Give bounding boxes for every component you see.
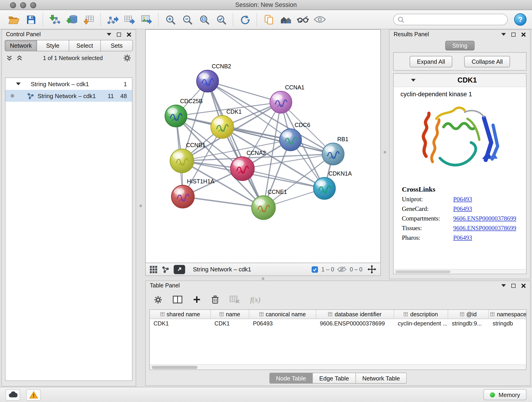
add-column-icon[interactable] xyxy=(193,296,201,303)
control-panel-tabs: Network Style Select Sets xyxy=(5,40,133,51)
cell-description[interactable]: cyclin-dependent ... xyxy=(394,319,448,329)
crosslink-compartments-link[interactable]: 9606.ENSP00000378699 xyxy=(453,215,516,222)
float-panel-icon[interactable] xyxy=(117,32,121,36)
warnings-button[interactable] xyxy=(26,389,41,400)
collection-expand-icon[interactable] xyxy=(16,83,21,85)
column-header[interactable]: shared name xyxy=(150,310,211,319)
toolbar-separator xyxy=(257,13,257,26)
column-type-icon xyxy=(490,312,494,316)
network-row[interactable]: String Network – cdk1 11 48 xyxy=(6,90,132,102)
results-horizontal-scrollbar[interactable] xyxy=(394,269,526,273)
column-type-icon xyxy=(220,312,224,316)
table-settings-gear-icon[interactable] xyxy=(154,295,162,304)
horizontal-splitter-handle[interactable] xyxy=(262,277,264,280)
zoom-selected-button[interactable] xyxy=(213,12,230,27)
tab-select[interactable]: Select xyxy=(69,40,101,51)
export-table-button[interactable] xyxy=(121,12,138,27)
collapse-all-button[interactable]: Collapse All xyxy=(464,56,510,67)
network-share-icon[interactable] xyxy=(162,266,169,273)
column-header[interactable]: canonical name xyxy=(249,310,316,319)
cell-canonical-name[interactable]: P06493 xyxy=(249,319,316,329)
selected-checkbox-icon[interactable] xyxy=(312,266,318,273)
collapse-panel-icon[interactable] xyxy=(107,33,111,36)
apply-layout-icon xyxy=(240,14,250,25)
tab-network-table[interactable]: Network Table xyxy=(356,373,407,384)
column-header[interactable]: @id xyxy=(448,310,489,319)
open-external-button[interactable] xyxy=(174,265,185,274)
scrollbar-thumb[interactable] xyxy=(152,366,197,369)
cell-id[interactable]: stringdb:9... xyxy=(448,319,489,329)
zoom-out-button[interactable] xyxy=(179,12,196,27)
crosslink-tissues-link[interactable]: 9606.ENSP00000378699 xyxy=(453,224,516,232)
open-session-button[interactable] xyxy=(6,12,22,27)
tab-style[interactable]: Style xyxy=(37,40,69,51)
results-tab-string[interactable]: String xyxy=(445,41,475,51)
cell-name[interactable]: CDK1 xyxy=(211,319,249,329)
pan-move-icon[interactable] xyxy=(367,265,376,274)
crosslink-row: Pharos: P06493 xyxy=(394,233,526,242)
close-window-button[interactable] xyxy=(10,2,16,8)
cloud-button[interactable] xyxy=(6,389,20,400)
collapse-panel-icon[interactable] xyxy=(501,33,506,36)
minimize-window-button[interactable] xyxy=(20,2,26,8)
import-network-database-button[interactable] xyxy=(63,12,80,27)
network-graph[interactable]: CCNB2CCNA1CDC25BCDK1CDC6RB1CCNB1CCNA2CDK… xyxy=(146,30,380,263)
network-canvas[interactable]: CCNB2CCNA1CDC25BCDK1CDC6RB1CCNB1CCNA2CDK… xyxy=(145,29,381,263)
gene-collapse-icon[interactable] xyxy=(411,79,416,82)
float-panel-icon[interactable] xyxy=(511,283,515,288)
tab-node-table[interactable]: Node Table xyxy=(269,373,313,384)
column-header[interactable]: database identifier xyxy=(316,310,394,319)
export-network-button[interactable] xyxy=(104,12,121,27)
hide-annotations-button[interactable] xyxy=(294,12,311,27)
first-neighbors-button[interactable] xyxy=(277,12,294,27)
crosslink-uniprot-link[interactable]: P06493 xyxy=(453,196,472,203)
expand-all-button[interactable]: Expand All xyxy=(410,56,452,67)
duplicate-document-button[interactable] xyxy=(260,12,277,27)
show-view-button[interactable] xyxy=(311,12,328,27)
cell-shared-name[interactable]: CDK1 xyxy=(150,319,211,329)
column-header[interactable]: namespace xyxy=(489,310,526,319)
delete-icon[interactable] xyxy=(211,295,219,304)
tab-edge-table[interactable]: Edge Table xyxy=(313,373,356,384)
apply-layout-button[interactable] xyxy=(236,12,253,27)
export-image-button[interactable] xyxy=(138,12,155,27)
export-table-icon xyxy=(124,14,135,25)
collection-row[interactable]: String Network – cdk1 1 xyxy=(6,78,132,90)
zoom-in-button[interactable] xyxy=(162,12,179,27)
gear-icon[interactable] xyxy=(123,54,131,62)
cell-namespace[interactable]: stringdb xyxy=(489,319,526,329)
network-selection-summary: 1 of 1 Network selected xyxy=(27,55,119,61)
table-row[interactable]: CDK1 CDK1 P06493 9606.ENSP00000378699 cy… xyxy=(150,319,526,329)
close-panel-icon[interactable] xyxy=(521,283,526,288)
collapse-panel-icon[interactable] xyxy=(501,284,506,287)
cell-database-identifier[interactable]: 9606.ENSP00000378699 xyxy=(316,319,394,329)
expand-all-icon[interactable] xyxy=(17,55,22,61)
search-box[interactable] xyxy=(393,14,508,25)
import-table-button[interactable] xyxy=(80,12,97,27)
table-horizontal-scrollbar[interactable] xyxy=(150,364,526,370)
close-panel-icon[interactable] xyxy=(521,32,526,37)
tab-sets[interactable]: Sets xyxy=(101,40,133,51)
vertical-splitter-handle[interactable] xyxy=(384,151,386,153)
tab-network[interactable]: Network xyxy=(5,40,37,51)
collapse-all-icon[interactable] xyxy=(6,55,12,61)
save-session-button[interactable] xyxy=(22,12,39,27)
memory-button[interactable]: Memory xyxy=(483,389,526,400)
crosslink-pharos-link[interactable]: P06493 xyxy=(453,234,472,241)
show-columns-icon[interactable] xyxy=(173,296,182,303)
fit-content-button[interactable] xyxy=(196,12,213,27)
crosslink-genecard-link[interactable]: P06493 xyxy=(453,205,472,212)
network-view-title: String Network – cdk1 xyxy=(193,266,251,273)
column-header[interactable]: description xyxy=(394,310,448,319)
float-panel-icon[interactable] xyxy=(511,32,515,36)
toolbar-separator xyxy=(100,13,101,26)
import-network-file-button[interactable] xyxy=(46,12,63,27)
column-header[interactable]: name xyxy=(211,310,249,319)
vertical-splitter-handle[interactable] xyxy=(139,204,142,207)
maximize-window-button[interactable] xyxy=(30,2,36,8)
birdseye-view-icon[interactable] xyxy=(150,266,157,273)
cloud-icon xyxy=(8,391,17,398)
help-button[interactable]: ? xyxy=(514,13,526,26)
search-input[interactable] xyxy=(407,16,503,23)
close-panel-icon[interactable] xyxy=(127,32,132,37)
